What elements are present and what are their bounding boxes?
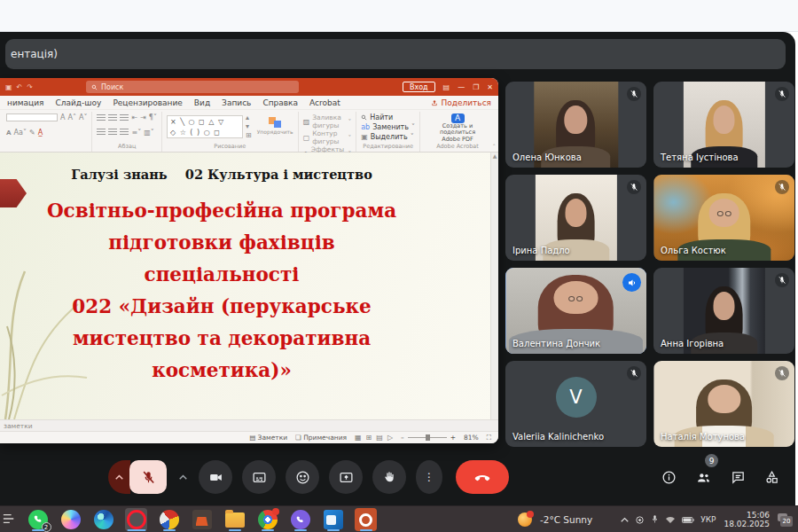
- taskbar-outlook-icon[interactable]: [322, 508, 344, 531]
- signin-button[interactable]: Вход: [403, 82, 435, 92]
- normal-view-icon[interactable]: ▦: [355, 434, 362, 442]
- gallery-more-icon[interactable]: ⊞: [246, 131, 252, 139]
- zoom-out-icon[interactable]: –: [401, 434, 404, 442]
- notes-toggle[interactable]: ▤ Заметки: [249, 434, 287, 442]
- drawing-group[interactable]: × ╲ ○ ◻ △ ▽ ◇ ☆ ( ) ○ ◻ ▴ ▾ ⊞ Упорядочит…: [162, 112, 299, 152]
- tray-battery-icon[interactable]: [682, 516, 694, 524]
- raise-hand-button[interactable]: [372, 460, 406, 494]
- tray-record-icon[interactable]: [635, 515, 645, 525]
- minimize-icon[interactable]: —: [458, 83, 465, 91]
- taskbar-powerpoint-icon[interactable]: [355, 508, 377, 531]
- present-screen-button[interactable]: [329, 460, 363, 494]
- participant-tile-active-speaker[interactable]: Валентина Дончик: [505, 268, 646, 354]
- participant-tile[interactable]: V Valeriia Kalinichenko: [505, 361, 646, 447]
- info-icon[interactable]: [661, 470, 677, 485]
- shapes-gallery[interactable]: × ╲ ○ ◻ △ ▽ ◇ ☆ ( ) ○ ◻: [167, 115, 243, 138]
- camera-options-chevron[interactable]: [176, 474, 189, 480]
- taskbar-copilot-icon[interactable]: [59, 508, 82, 531]
- adobe-pdf-button[interactable]: Создать и поделиться Adobe PDF: [425, 123, 490, 144]
- search-box[interactable]: Поиск: [86, 81, 299, 93]
- undo-icon[interactable]: ↶: [17, 83, 23, 91]
- taskbar-clock[interactable]: 15:06 18.02.2025: [724, 511, 770, 528]
- taskbar-file-explorer-icon[interactable]: [223, 508, 246, 531]
- reading-view-icon[interactable]: ▤: [376, 434, 383, 442]
- mic-muted-button[interactable]: [129, 460, 167, 494]
- adobe-group[interactable]: A Создать и поделиться Adobe PDF Adobe A…: [420, 112, 495, 152]
- weather-icon[interactable]: [518, 512, 532, 527]
- participant-tile[interactable]: Тетяна Іустінова: [653, 82, 794, 168]
- find-button[interactable]: Найти: [370, 113, 393, 121]
- activities-icon[interactable]: [764, 470, 779, 485]
- paragraph-group[interactable]: ⇤⇥¶˅ ≡˅▥˅ Абзац: [92, 112, 162, 152]
- taskbar-opera-icon[interactable]: [125, 508, 147, 531]
- tab-review[interactable]: Рецензирование: [113, 98, 182, 107]
- participant-tile[interactable]: Ольга Костюк: [653, 175, 794, 261]
- tab-view[interactable]: Вид: [194, 98, 210, 107]
- more-options-button[interactable]: ⋮: [416, 460, 442, 494]
- tab-acrobat[interactable]: Acrobat: [309, 98, 340, 107]
- slide-scrollbar[interactable]: ▲: [490, 153, 498, 419]
- taskbar-dark-app-icon[interactable]: [191, 508, 213, 531]
- select-button[interactable]: Выделить: [371, 133, 408, 141]
- shape-styles-group[interactable]: ▨Заливка фигуры˅ ▢Контур фигуры˅ ◇Эффект…: [299, 112, 357, 152]
- zoom-in-icon[interactable]: +: [450, 434, 456, 442]
- tray-mic-icon[interactable]: [651, 514, 659, 525]
- mic-options-chevron[interactable]: [108, 460, 130, 494]
- editing-group[interactable]: Найти abЗаменить˅ ▣Выделить˅ Редактирова…: [356, 112, 420, 152]
- zoom-thumb[interactable]: [426, 434, 430, 441]
- font-name-select[interactable]: [6, 113, 58, 121]
- chat-icon[interactable]: [731, 470, 746, 485]
- gallery-up-icon[interactable]: ▴: [246, 113, 252, 121]
- collapse-ribbon-icon[interactable]: ˄: [493, 144, 497, 151]
- weather-text[interactable]: -2°C Sunny: [540, 514, 592, 525]
- gallery-down-icon[interactable]: ▾: [246, 122, 252, 130]
- font-group[interactable]: AA˄A˅ 𝐀Aa˅✎A̲: [2, 112, 92, 152]
- ppt-titlebar[interactable]: ▣↶↷ Поиск Вход ▤ — ❐ ✕: [0, 78, 498, 96]
- people-icon[interactable]: [695, 470, 712, 485]
- tray-expand-chevron[interactable]: [621, 517, 629, 522]
- participant-tile[interactable]: Ірина Падло: [505, 175, 646, 261]
- participant-tile[interactable]: Олена Юнкова: [505, 82, 646, 168]
- mic-muted-icon: [775, 87, 789, 101]
- participant-tile[interactable]: Наталія Мотунова: [653, 361, 794, 447]
- taskbar-sphere-app-icon[interactable]: [158, 508, 180, 531]
- comments-toggle[interactable]: ❏ Примечания: [295, 434, 347, 442]
- tab-record[interactable]: Запись: [222, 98, 251, 107]
- zoom-level[interactable]: 81%: [464, 434, 479, 442]
- taskbar-whatsapp-icon[interactable]: 2: [27, 508, 49, 531]
- restore-icon[interactable]: ❐: [473, 83, 479, 91]
- task-view-icon[interactable]: [3, 512, 15, 526]
- tray-network-icon[interactable]: [665, 515, 676, 524]
- participant-name: Наталія Мотунова: [661, 432, 745, 442]
- language-indicator[interactable]: УКР: [700, 515, 716, 524]
- captions-button[interactable]: [242, 460, 276, 494]
- ppt-ribbon: AA˄A˅ 𝐀Aa˅✎A̲ ⇤⇥¶˅ ≡˅▥˅ Абзац × ╲ ○ ◻ △ …: [0, 110, 498, 153]
- taskbar-edge-icon[interactable]: [92, 508, 114, 531]
- save-icon[interactable]: ▣: [5, 83, 12, 91]
- close-icon[interactable]: ✕: [487, 83, 493, 91]
- camera-button[interactable]: [199, 460, 232, 494]
- tab-animation[interactable]: нимация: [7, 98, 43, 107]
- quick-access-toolbar[interactable]: ▣↶↷: [5, 83, 33, 91]
- taskbar-chrome-icon[interactable]: [256, 508, 278, 531]
- meet-titlebar[interactable]: ентація): [5, 39, 786, 69]
- fit-slide-icon[interactable]: ⛶: [487, 434, 491, 442]
- reactions-button[interactable]: [286, 460, 319, 494]
- zoom-slider[interactable]: – +: [401, 434, 456, 442]
- slideshow-view-icon[interactable]: ▷: [387, 434, 393, 442]
- tab-slideshow[interactable]: Слайд-шоу: [55, 98, 101, 107]
- taskbar-viber-icon[interactable]: [289, 508, 311, 531]
- arrange-label[interactable]: Упорядочить: [257, 129, 293, 136]
- sorter-view-icon[interactable]: ⊞: [366, 434, 372, 442]
- ribbon-display-icon[interactable]: ▤: [443, 83, 450, 91]
- leave-call-button[interactable]: [456, 460, 509, 494]
- notes-pane[interactable]: заметки: [0, 419, 498, 431]
- notifications-icon[interactable]: 20: [778, 513, 793, 527]
- replace-button[interactable]: Заменить: [372, 123, 409, 131]
- tab-help[interactable]: Справка: [262, 98, 298, 107]
- mic-muted-icon: [627, 366, 641, 380]
- slide-canvas[interactable]: Галузі знань 02 Культура і мистецтво Осв…: [0, 153, 498, 419]
- share-button[interactable]: Поделиться: [431, 98, 491, 107]
- participant-tile[interactable]: Анна Ігорівна: [653, 268, 794, 354]
- redo-icon[interactable]: ↷: [27, 83, 33, 91]
